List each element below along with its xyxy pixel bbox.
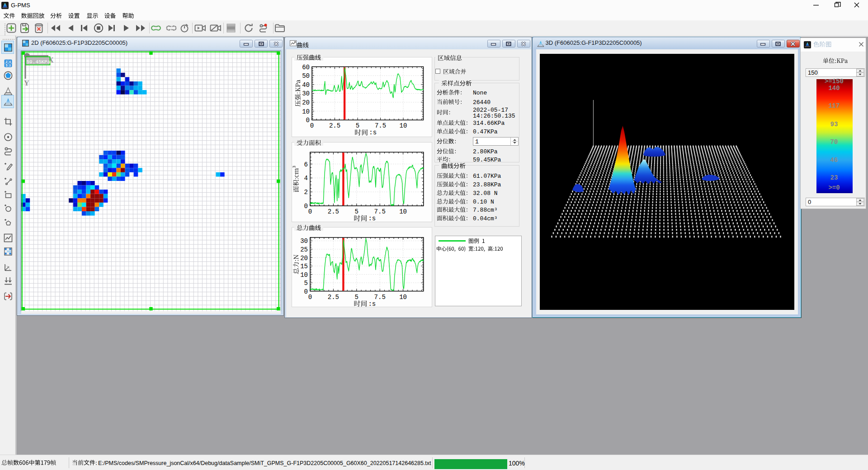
svg-text:10: 10 [302,108,310,115]
svg-text:10: 10 [400,122,407,129]
svg-text:10: 10 [399,208,407,215]
svg-text:30: 30 [300,237,308,245]
svg-text:0: 0 [304,203,308,210]
svg-text:0: 0 [310,122,314,129]
svg-text:10: 10 [300,271,308,279]
svg-text:20: 20 [302,99,310,106]
svg-text::s: :s [369,129,377,136]
svg-text:7.5: 7.5 [374,208,386,215]
svg-text:60: 60 [302,64,310,71]
svg-text:50: 50 [302,72,310,80]
svg-text:15: 15 [300,263,308,270]
svg-text::s: :s [368,215,376,222]
svg-text:2.5: 2.5 [329,122,340,129]
svg-text:0: 0 [308,208,312,215]
svg-text:10: 10 [399,294,407,301]
svg-text:30: 30 [302,90,310,97]
svg-text::s: :s [368,300,376,308]
svg-text:25: 25 [300,246,308,253]
svg-text:4: 4 [304,175,308,182]
svg-text:5: 5 [356,122,359,129]
svg-text:6: 6 [304,161,308,168]
svg-text:0: 0 [306,117,310,124]
svg-text:5: 5 [304,280,308,287]
svg-text:2: 2 [304,189,308,196]
svg-text:2.5: 2.5 [328,208,339,215]
svg-text:0: 0 [308,294,312,301]
svg-text:5: 5 [355,208,359,215]
svg-text:20: 20 [300,255,308,262]
svg-text:0: 0 [304,288,308,295]
svg-text:40: 40 [302,81,310,89]
svg-text:7.5: 7.5 [375,122,386,129]
svg-text:2.5: 2.5 [328,294,339,301]
svg-text:5: 5 [355,294,359,301]
svg-text:7.5: 7.5 [374,294,386,301]
